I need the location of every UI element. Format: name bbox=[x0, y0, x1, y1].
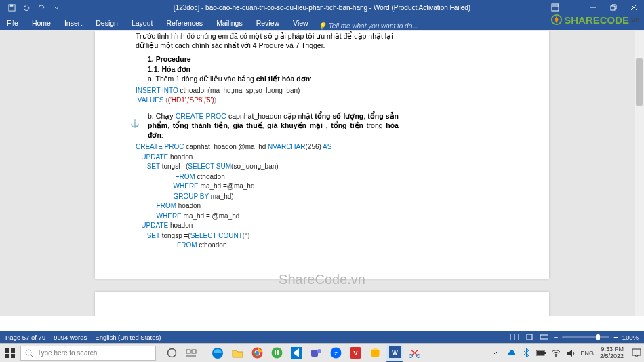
search-placeholder: Type here to search bbox=[37, 349, 97, 357]
page-2: WHERE ma_hd =@ma_hd GROUP BY ma_hd) bbox=[95, 292, 549, 316]
logo-text: SHARECODE bbox=[564, 14, 629, 26]
svg-line-18 bbox=[31, 355, 33, 357]
web-layout-icon[interactable] bbox=[539, 332, 550, 342]
word-icon[interactable]: W bbox=[386, 344, 403, 362]
close-button[interactable] bbox=[624, 0, 644, 15]
restore-button[interactable] bbox=[603, 0, 624, 15]
unikey-icon[interactable]: V bbox=[346, 344, 364, 362]
svg-rect-42 bbox=[537, 351, 544, 355]
tab-mailings[interactable]: Mailings bbox=[209, 16, 249, 30]
redo-icon[interactable] bbox=[37, 3, 46, 12]
svg-rect-15 bbox=[5, 354, 9, 358]
zoom-in-button[interactable]: + bbox=[613, 333, 618, 341]
taskbar-apps: Z V W bbox=[163, 344, 423, 362]
tab-home[interactable]: Home bbox=[25, 16, 58, 30]
document-content[interactable]: Trước tình hình đó chúng em đã có một số… bbox=[95, 31, 549, 251]
svg-point-30 bbox=[317, 349, 321, 353]
taskbar-language[interactable]: ENG bbox=[580, 348, 594, 359]
svg-rect-29 bbox=[311, 350, 318, 357]
tab-layout[interactable]: Layout bbox=[125, 16, 160, 30]
page-1: Trước tình hình đó chúng em đã có một số… bbox=[95, 31, 549, 279]
svg-rect-13 bbox=[5, 348, 9, 353]
watermark-1: ShareCode.vn bbox=[279, 272, 365, 287]
anchor-icon: ⚓ bbox=[130, 119, 140, 128]
cortana-icon[interactable] bbox=[163, 344, 180, 362]
undo-icon[interactable] bbox=[22, 3, 31, 12]
clock-date: 2/5/2022 bbox=[600, 353, 624, 360]
svg-rect-21 bbox=[192, 350, 196, 353]
svg-rect-16 bbox=[11, 354, 15, 358]
intro-para: Trước tình hình đó chúng em đã có một số… bbox=[136, 31, 508, 50]
zoom-value[interactable]: 100% bbox=[622, 334, 639, 341]
zoom-knob[interactable] bbox=[596, 334, 600, 340]
logo-mark-icon bbox=[550, 14, 563, 26]
svg-text:Z: Z bbox=[334, 350, 338, 357]
tab-review[interactable]: Review bbox=[249, 16, 286, 30]
edge-icon[interactable] bbox=[209, 344, 226, 362]
scrollbar-thumb[interactable] bbox=[636, 58, 643, 106]
vscode-icon[interactable] bbox=[287, 344, 305, 362]
svg-text:V: V bbox=[353, 350, 357, 357]
svg-point-27 bbox=[271, 348, 282, 359]
snipping-icon[interactable] bbox=[405, 344, 423, 362]
ssms-icon[interactable] bbox=[366, 344, 384, 362]
tab-view[interactable]: View bbox=[286, 16, 315, 30]
svg-point-19 bbox=[167, 349, 176, 357]
taskbar: Type here to search Z V W ENG 9:33 PM 2/… bbox=[0, 343, 644, 362]
svg-rect-2 bbox=[552, 4, 559, 11]
teams-icon[interactable] bbox=[307, 344, 325, 362]
svg-rect-11 bbox=[527, 334, 532, 340]
document-title: [123doc] - bao-cao-he-quan-tri-co-so-du-… bbox=[174, 4, 470, 12]
file-explorer-icon[interactable] bbox=[228, 344, 246, 362]
ribbon-display-icon[interactable] bbox=[551, 3, 559, 12]
zalo-icon[interactable]: Z bbox=[327, 344, 344, 362]
logo-suffix: .vn bbox=[629, 16, 640, 24]
bluetooth-icon[interactable] bbox=[521, 348, 531, 359]
heading-1: 1. Procedure bbox=[148, 54, 508, 64]
svg-rect-12 bbox=[540, 335, 548, 339]
vertical-scrollbar[interactable] bbox=[635, 31, 644, 316]
action-center-icon[interactable] bbox=[628, 344, 644, 363]
taskbar-search[interactable]: Type here to search bbox=[20, 346, 156, 361]
status-language[interactable]: English (United States) bbox=[95, 334, 161, 341]
svg-rect-41 bbox=[544, 352, 546, 354]
svg-point-17 bbox=[26, 350, 31, 355]
tab-file[interactable]: File bbox=[0, 16, 25, 30]
tell-me-search[interactable]: 💡Tell me what you want to do... bbox=[315, 22, 418, 30]
statusbar: Page 57 of 79 9994 words English (United… bbox=[0, 331, 644, 343]
zoom-out-button[interactable]: − bbox=[554, 333, 558, 341]
start-button[interactable] bbox=[0, 344, 20, 363]
tab-insert[interactable]: Insert bbox=[58, 16, 89, 30]
tell-me-text: Tell me what you want to do... bbox=[329, 22, 418, 30]
save-icon[interactable] bbox=[7, 3, 16, 12]
svg-rect-20 bbox=[186, 350, 190, 353]
svg-rect-44 bbox=[632, 349, 641, 355]
tab-design[interactable]: Design bbox=[89, 16, 125, 30]
quick-access bbox=[0, 3, 61, 12]
chrome-icon[interactable] bbox=[248, 344, 266, 362]
minimize-button[interactable] bbox=[583, 0, 603, 15]
system-tray: ENG 9:33 PM 2/5/2022 bbox=[489, 344, 644, 363]
code-block-2: CREATE PROC capnhat_hoadon @ma_hd NVARCH… bbox=[136, 142, 508, 251]
status-words[interactable]: 9994 words bbox=[54, 334, 87, 341]
battery-icon[interactable] bbox=[536, 348, 546, 359]
item-b: b. Chạy CREATE PROC capnhat_hoadon cập n… bbox=[148, 111, 399, 140]
wifi-icon[interactable] bbox=[550, 348, 561, 359]
print-layout-icon[interactable] bbox=[524, 332, 535, 342]
zoom-slider[interactable] bbox=[562, 336, 609, 338]
item-a: a. Thêm 1 dòng dữ liệu vào bảng chi tiết… bbox=[148, 74, 508, 83]
svg-rect-1 bbox=[9, 4, 13, 6]
taskbar-clock[interactable]: 9:33 PM 2/5/2022 bbox=[596, 346, 628, 360]
tray-chevron-icon[interactable] bbox=[491, 348, 502, 359]
onedrive-icon[interactable] bbox=[506, 348, 517, 359]
svg-text:W: W bbox=[392, 349, 398, 356]
search-icon bbox=[25, 349, 33, 357]
read-mode-icon[interactable] bbox=[509, 332, 520, 342]
coccoc-icon[interactable] bbox=[268, 344, 285, 362]
qat-dropdown-icon[interactable] bbox=[52, 3, 61, 12]
tab-references[interactable]: References bbox=[159, 16, 209, 30]
titlebar: [123doc] - bao-cao-he-quan-tri-co-so-du-… bbox=[0, 0, 644, 15]
volume-icon[interactable] bbox=[565, 348, 576, 359]
status-page[interactable]: Page 57 of 79 bbox=[5, 334, 45, 341]
task-view-icon[interactable] bbox=[182, 344, 200, 362]
